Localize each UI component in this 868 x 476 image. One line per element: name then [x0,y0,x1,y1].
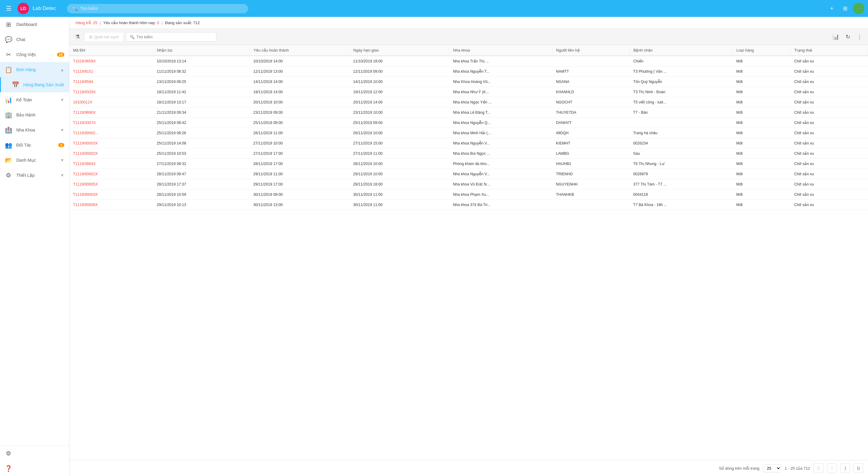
search-icon: 🔍 [72,6,78,11]
last-page-button[interactable]: ⟩⟩ [854,463,863,473]
order-id-link[interactable]: T1119/00006X [73,203,98,207]
dashboard-icon: ⊞ [5,21,12,28]
nhan-luc-cell: 28/11/2019 09:47 [153,169,250,179]
loai-hang-cell: Mới [733,138,790,149]
order-id-cell[interactable]: T1119/9329X [69,87,153,97]
sidebar-item-nha-khoa[interactable]: 🏥 Nha Khoa ▼ [0,123,69,137]
sidebar-label-nha-khoa: Nha Khoa [16,128,56,132]
don-hang-icon: 📋 [5,66,12,73]
sidebar-label-thiet-lap: Thiết Lập [16,173,56,178]
loai-hang-cell: Mới [733,159,790,169]
yeu-cau-value: 0 [157,21,159,25]
sidebar-item-settings[interactable]: ⚙ [0,446,69,461]
order-id-link[interactable]: T1119/00002... [73,131,98,135]
trang-thai-cell: Chờ sản xu [790,169,868,179]
menu-icon[interactable]: ☰ [4,2,14,14]
sidebar-item-help[interactable]: ❓ [0,461,69,476]
nha-khoa-cell: Nha khoa Minh Hải (... [450,128,552,138]
nhan-luc-cell: 18/11/2019 13:17 [153,97,250,107]
toolbar-search-input[interactable] [136,35,213,39]
order-id-cell[interactable]: T1119/00002X [69,149,153,159]
ngay-hen-cell: 26/11/2019 10:00 [349,128,450,138]
sidebar-item-bao-hanh[interactable]: 🏢 Bảo Hành [0,107,69,123]
order-id-link[interactable]: T1119/8594 [73,80,93,84]
table-row: 19100011X 18/11/2019 13:17 20/11/2019 10… [69,97,868,107]
sidebar-item-don-hang[interactable]: 📋 Đơn Hàng ▲ [0,62,69,77]
avatar: LD [18,3,29,14]
sidebar-item-doi-tac[interactable]: 👥 Đối Tác 1 [0,137,69,153]
nguoi-lh-cell [552,56,629,66]
order-id-cell[interactable]: T1119/00003X [69,189,153,200]
benh-nhan-cell: T7 - Bàn [629,107,733,118]
hang-tre-label: Hàng trễ: [75,21,92,25]
nha-khoa-cell: Nha khoa Nguyễn V... [450,169,552,179]
ngay-hen-cell: 27/11/2019 11:00 [349,149,450,159]
order-id-cell[interactable]: T1119/00002... [69,128,153,138]
filter-button[interactable]: ⚗ [73,31,82,42]
sidebar-item-hang-dang-san-xuat[interactable]: 📅 Hàng Đang Sản Xuất [0,77,69,92]
order-id-link[interactable]: T1119/3307X [73,121,96,125]
order-id-cell[interactable]: T1119/00002X [69,169,153,179]
nha-khoa-cell: Nha Khoa Hoàng Vũ... [450,76,552,87]
more-options-button[interactable]: ⋮ [855,31,864,42]
barcode-label: Quét mã vạch [94,35,119,39]
yc-ht-cell: 28/11/2019 17:00 [250,159,349,169]
order-id-link[interactable]: T1119/9890X [73,110,96,115]
sidebar-item-thiet-lap[interactable]: ⚙ Thiết Lập ▼ [0,168,69,183]
order-id-link[interactable]: 19100011X [73,100,92,104]
order-id-cell[interactable]: T1119/8151 [69,66,153,76]
benh-nhan-cell: T3 Phương ( Văn ... [629,66,733,76]
next-page-button[interactable]: ⟩ [840,463,850,473]
yc-ht-cell: 30/11/2019 13:00 [250,200,349,210]
toolbar-search-container[interactable]: 🔍 [126,32,216,42]
order-id-link[interactable]: T1119/00002X [73,152,98,156]
app-title: Lab Detec [33,5,56,11]
user-avatar[interactable] [853,3,864,14]
order-id-link[interactable]: T1119/00003X [73,141,98,146]
order-id-cell[interactable]: 19100011X [69,97,153,107]
order-id-cell[interactable]: T1119/3864X [69,159,153,169]
table-row: T1119/3307X 25/11/2019 08:42 25/11/2019 … [69,118,868,128]
order-id-link[interactable]: T1019/3659X [73,59,96,63]
first-page-button[interactable]: ⟨⟨ [814,463,823,473]
order-id-link[interactable]: T1119/00003X [73,192,98,197]
sidebar-item-chat[interactable]: 💬 Chat [0,32,69,47]
sidebar-item-ke-toan[interactable]: 📊 Kế Toán ▼ [0,92,69,107]
order-id-cell[interactable]: T1119/00005X [69,179,153,189]
sidebar-item-dashboard[interactable]: ⊞ Dashboard [0,17,69,32]
order-id-cell[interactable]: T1119/8594 [69,76,153,87]
add-button[interactable]: + [826,3,837,14]
order-id-cell[interactable]: T1119/00003X [69,138,153,149]
yc-ht-cell: 30/11/2019 09:00 [250,189,349,200]
order-id-link[interactable]: T1119/9329X [73,90,96,94]
rows-per-page-select[interactable]: 25 50 100 [763,464,781,472]
loai-hang-cell: Mới [733,169,790,179]
qr-icon[interactable]: ⊞ [840,3,850,14]
search-input[interactable] [80,6,243,11]
order-id-link[interactable]: T1119/00005X [73,182,98,186]
order-id-cell[interactable]: T1119/00006X [69,200,153,210]
order-id-cell[interactable]: T1019/3659X [69,56,153,66]
nguoi-lh-cell: THANHKB [552,189,629,200]
order-id-cell[interactable]: T1119/9890X [69,107,153,118]
barcode-button[interactable]: ⊞ Quét mã vạch [85,32,123,42]
refresh-button[interactable]: ↻ [843,31,852,42]
nha-khoa-cell: Nha khoa Nguyễn T... [450,66,552,76]
table-row: T1119/00002X 25/11/2019 10:53 27/11/2019… [69,149,868,159]
sidebar-item-cong-viec[interactable]: ✂ Công Việc 14 [0,47,69,62]
sidebar-label-cong-viec: Công Việc [16,52,53,57]
excel-export-button[interactable]: 📊 [830,31,841,42]
nha-khoa-chevron: ▼ [60,128,64,132]
prev-page-button[interactable]: ⟨ [827,463,837,473]
order-id-cell[interactable]: T1119/3307X [69,118,153,128]
order-id-link[interactable]: T1119/3864X [73,162,96,166]
topbar-search[interactable]: 🔍 [67,4,248,13]
benh-nhan-cell: T3 Thị Ninh - Đoàn [629,87,733,97]
cong-viec-badge: 14 [57,53,64,57]
sidebar-item-danh-muc[interactable]: 📂 Danh Mục ▼ [0,153,69,168]
nguoi-lh-cell: KHANHLD [552,87,629,97]
ngay-hen-cell: 28/11/2019 10:00 [349,159,450,169]
bao-hanh-icon: 🏢 [5,111,12,119]
order-id-link[interactable]: T1119/8151 [73,69,93,73]
order-id-link[interactable]: T1119/00002X [73,172,98,176]
